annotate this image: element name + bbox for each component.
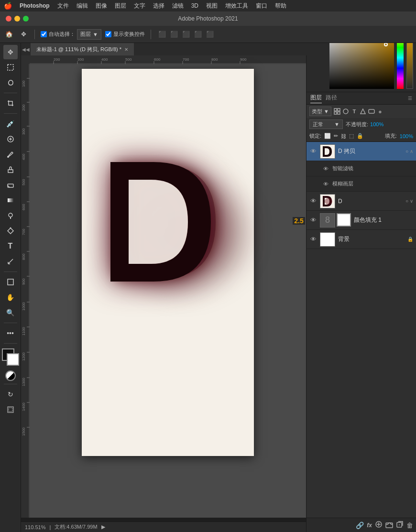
fg-bg-color-selector[interactable]: [2, 348, 19, 366]
sublayer-blur[interactable]: 👁 模糊画层: [307, 176, 416, 192]
ruler-corner: [21, 55, 30, 64]
blend-mode-dropdown[interactable]: 正常 ▼: [309, 119, 343, 129]
lock-artboard[interactable]: ⬚: [349, 133, 354, 139]
align-center-icon[interactable]: ⬛: [169, 29, 179, 40]
filter-type-dropdown[interactable]: 类型 ▼: [309, 107, 331, 116]
tool-rect-select[interactable]: [3, 60, 18, 75]
layer-row-color-fill[interactable]: 👁 8 颜色填充 1: [307, 211, 416, 230]
close-button[interactable]: [6, 16, 11, 22]
tool-rotate[interactable]: ↻: [3, 387, 18, 402]
tool-type[interactable]: T: [3, 239, 18, 253]
lock-all[interactable]: 🔒: [357, 133, 363, 139]
tool-path-select[interactable]: [3, 254, 18, 269]
tool-shape[interactable]: [3, 275, 18, 289]
filter-adjustment[interactable]: [342, 108, 350, 115]
menu-layer[interactable]: 图层: [115, 2, 126, 10]
tool-zoom[interactable]: 🔍: [3, 305, 18, 320]
tool-pen[interactable]: [3, 224, 18, 238]
tool-stamp[interactable]: [3, 163, 18, 177]
tab-close-button[interactable]: ✕: [124, 47, 128, 52]
lock-brush[interactable]: ✏: [334, 133, 338, 139]
layers-tab[interactable]: 图层: [310, 94, 322, 103]
tool-artboard[interactable]: [3, 402, 18, 417]
status-arrow[interactable]: ▶: [101, 524, 105, 530]
tool-hand[interactable]: ✋: [3, 290, 18, 304]
menu-filter[interactable]: 滤镜: [172, 2, 184, 10]
quick-mask-icon[interactable]: [5, 370, 16, 381]
layer-visibility-background[interactable]: 👁: [309, 236, 317, 243]
filter-type[interactable]: T: [350, 108, 358, 115]
home-icon[interactable]: 🏠: [4, 29, 14, 40]
opacity-value[interactable]: 100%: [370, 121, 383, 127]
menu-file[interactable]: 文件: [57, 2, 69, 10]
sublayer-vis-smart[interactable]: 👁: [322, 166, 329, 172]
move-icon[interactable]: ✥: [18, 29, 29, 40]
align-top-icon[interactable]: ⬛: [193, 29, 203, 40]
layer-row-background[interactable]: 👁 背景 🔒: [307, 230, 416, 249]
layers-panel-menu[interactable]: ☰: [408, 96, 412, 101]
new-group-icon[interactable]: [385, 521, 393, 530]
tool-gradient[interactable]: [3, 193, 18, 207]
menu-text[interactable]: 文字: [134, 2, 145, 10]
filter-smart[interactable]: [368, 108, 375, 115]
background-color[interactable]: [7, 353, 19, 366]
layer-expand-d[interactable]: ∨: [410, 198, 413, 204]
filter-toggle[interactable]: ●: [376, 108, 384, 115]
new-layer-adjustment-icon[interactable]: [375, 521, 383, 530]
lock-position[interactable]: ⛓: [341, 133, 346, 139]
maximize-button[interactable]: [23, 16, 29, 22]
menu-plugins[interactable]: 增效工具: [225, 2, 248, 10]
tool-eraser[interactable]: [3, 178, 18, 192]
apple-menu[interactable]: 🍎: [4, 2, 12, 10]
layer-visibility-d[interactable]: 👁: [309, 197, 317, 205]
menu-view[interactable]: 视图: [206, 2, 218, 10]
sublayer-smart-filter[interactable]: 👁 智能滤镜: [307, 161, 416, 176]
tool-lasso[interactable]: [3, 76, 18, 90]
tool-brush[interactable]: [3, 147, 18, 162]
paths-tab[interactable]: 路径: [326, 94, 337, 103]
layer-fx-d[interactable]: ○: [405, 198, 408, 204]
doc-size: 文档:4.63M/7.99M: [55, 523, 97, 531]
tool-eyedropper[interactable]: 💉: [3, 117, 18, 131]
layer-thumb-color-fill: 8: [320, 213, 335, 228]
canvas-document-area[interactable]: [30, 64, 306, 518]
layer-visibility-color-fill[interactable]: 👁: [309, 217, 317, 224]
layer-row-d-copy[interactable]: 👁 D 拷贝 ○ ∧: [307, 142, 416, 161]
transform-checkbox[interactable]: 显示变换控件: [105, 31, 145, 38]
tool-dots[interactable]: •••: [3, 326, 18, 340]
menu-image[interactable]: 图像: [96, 2, 107, 10]
sublayer-vis-blur[interactable]: 👁: [322, 181, 329, 187]
align-right-icon[interactable]: ⬛: [181, 29, 191, 40]
document-tab[interactable]: 未标题-1 @ 111% (D 拷贝, RGB/8) * ✕: [31, 43, 134, 55]
tool-crop[interactable]: [3, 96, 18, 110]
filter-shape[interactable]: [359, 108, 367, 115]
menu-3d[interactable]: 3D: [191, 2, 198, 9]
auto-select-checkbox[interactable]: 自动选择： 图层 ▼: [41, 29, 101, 40]
link-layers-icon[interactable]: 🔗: [356, 521, 364, 529]
new-layer-icon[interactable]: [396, 521, 404, 530]
auto-select-input[interactable]: [41, 31, 47, 37]
tabs-scroll-left[interactable]: ◀◀: [21, 43, 31, 55]
menu-window[interactable]: 窗口: [256, 2, 267, 10]
menu-photoshop[interactable]: Photoshop: [20, 2, 50, 9]
layer-row-d[interactable]: 👁 D ○ ∨: [307, 192, 416, 211]
fill-value[interactable]: 100%: [400, 133, 413, 139]
layer-visibility-d-copy[interactable]: 👁: [309, 148, 317, 155]
tool-move[interactable]: ✥: [3, 45, 18, 59]
align-middle-icon[interactable]: ⬛: [205, 29, 215, 40]
minimize-button[interactable]: [14, 16, 20, 22]
layer-expand-d-copy[interactable]: ∧: [410, 149, 413, 154]
menu-help[interactable]: 帮助: [275, 2, 286, 10]
layer-fx-d-copy[interactable]: ○: [405, 149, 408, 154]
tool-dodge[interactable]: [3, 208, 18, 223]
menu-select[interactable]: 选择: [153, 2, 164, 10]
fx-icon[interactable]: fx: [367, 522, 372, 529]
filter-pixel[interactable]: [333, 108, 341, 115]
layer-type-dropdown[interactable]: 图层 ▼: [77, 29, 101, 40]
tool-heal[interactable]: [3, 132, 18, 146]
transform-input[interactable]: [105, 31, 111, 37]
lock-transparent[interactable]: ⬜: [324, 133, 331, 139]
menu-edit[interactable]: 编辑: [77, 2, 88, 10]
align-left-icon[interactable]: ⬛: [157, 29, 167, 40]
delete-layer-icon[interactable]: 🗑: [406, 521, 413, 529]
